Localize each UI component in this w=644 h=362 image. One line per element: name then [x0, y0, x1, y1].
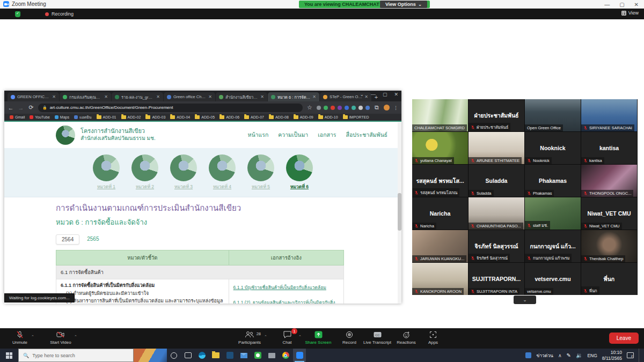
taskbar-search[interactable]: 🔍 Type here to search: [18, 349, 134, 362]
maximize-button[interactable]: ▢: [619, 2, 624, 8]
extension-icon[interactable]: [317, 106, 321, 110]
tab-close-icon[interactable]: ✕: [156, 94, 160, 99]
browser-tab[interactable]: GREEN OFFICE PVM ✕: [8, 92, 59, 101]
photos-app-icon[interactable]: [223, 349, 236, 362]
meeting-info-shield-icon[interactable]: [15, 11, 20, 17]
participant-tile[interactable]: KANOKPORN AROON KANOKPORN AROON: [412, 263, 468, 295]
page-scrollbar-thumb[interactable]: [398, 193, 401, 231]
extension-icon[interactable]: [358, 106, 363, 110]
file-explorer-icon[interactable]: [209, 349, 222, 362]
bookmark-item[interactable]: ADD-10: [318, 115, 338, 119]
participant-tile[interactable]: THONGPOOL ONGC... THONGPOOL ONGC...: [581, 165, 637, 197]
profile-avatar[interactable]: [384, 105, 390, 110]
participant-tile[interactable]: JARUWAN KUANGKU... JARUWAN KUANGKU...: [412, 230, 468, 262]
document-link[interactable]: 6.1.1 (2)_ฐานข้อมูลสินค้าและบริการที่เป็…: [233, 299, 339, 304]
participant-tile[interactable]: vetserve.cmu vetserve.cmu: [525, 263, 581, 295]
participant-tile[interactable]: CHALEAMCHAT SOMGIRD CHALEAMCHAT SOMGIRD: [412, 99, 468, 131]
gallery-collapse-button[interactable]: ⌄: [514, 295, 536, 304]
participant-tile[interactable]: SUJITTRAPORN... SUJITTRAPORN INTA: [469, 263, 524, 295]
minimize-button[interactable]: —: [604, 2, 610, 8]
document-link[interactable]: 6.1.1 บัญชีรายชื่อสินค้าที่เป็นมิตรกับสิ…: [233, 284, 339, 291]
chrome-icon[interactable]: [279, 349, 292, 362]
bookmark-item[interactable]: IMPORTED: [343, 115, 369, 119]
address-bar[interactable]: 🔒 art-culture.cmu.ac.th/GreenOffice/Docu…: [38, 104, 303, 112]
news-tray-icon[interactable]: [525, 352, 531, 358]
printer-app-icon[interactable]: [265, 349, 278, 362]
video-options-caret[interactable]: ⌃: [74, 335, 77, 339]
participant-tile[interactable]: ARUNEE STHITMATEE ARUNEE STHITMATEE: [469, 132, 524, 164]
browser-tab[interactable]: Green office Chiang M ✕: [164, 92, 215, 101]
bookmark-item[interactable]: ADD-07: [244, 115, 264, 119]
bookmark-item[interactable]: YouTube: [30, 115, 50, 119]
bookmark-item[interactable]: ADD-05: [195, 115, 215, 119]
taskbar-clock[interactable]: 10:10 8/11/2565: [602, 350, 622, 360]
tab-close-icon[interactable]: ✕: [104, 94, 108, 99]
volume-icon[interactable]: 🔉: [576, 352, 582, 358]
participant-tile[interactable]: Niwat_VET CMU Niwat_VET CMU: [581, 197, 637, 230]
green-office-logo[interactable]: [56, 125, 75, 145]
unmute-options-caret[interactable]: ⌃: [31, 335, 34, 339]
back-button[interactable]: ←: [8, 105, 14, 111]
participant-tile[interactable]: Naricha Naricha: [412, 197, 468, 230]
category-badge[interactable]: หมวดที่ 5: [245, 154, 277, 190]
mail-icon[interactable]: [237, 349, 250, 362]
tab-close-icon[interactable]: ✕: [260, 94, 264, 99]
participant-tile[interactable]: yuttana Chanayat yuttana Chanayat: [412, 132, 468, 164]
leave-button[interactable]: Leave: [609, 333, 639, 344]
reload-button[interactable]: ⟳: [28, 104, 34, 111]
bookmark-item[interactable]: ADD-08: [269, 115, 289, 119]
bookmark-item[interactable]: ADD-02: [121, 115, 141, 119]
extension-icon[interactable]: [324, 106, 328, 110]
participant-tile[interactable]: พี่นก พี่นก: [581, 263, 637, 295]
bookmark-item[interactable]: Gmail: [10, 115, 25, 119]
hidden-icons-chevron[interactable]: ∧: [558, 353, 562, 358]
browser-tab[interactable]: ราย-ผล-งาน_green-off ✕: [112, 92, 163, 101]
close-button[interactable]: ✕: [634, 2, 639, 8]
news-widget-thumbnail[interactable]: [134, 349, 167, 362]
bookmark-item[interactable]: ADD-01: [97, 115, 116, 119]
category-badge[interactable]: หมวดที่ 1: [90, 154, 122, 190]
participant-tile[interactable]: Nooknick Nooknick: [525, 132, 581, 164]
participants-button[interactable]: 28 Participants ⌃: [231, 330, 268, 345]
participant-tile[interactable]: CHANUNTHIDA PASO... CHANUNTHIDA PASO...: [469, 197, 524, 230]
nav-link[interactable]: หน้าแรก: [248, 130, 269, 139]
start-button[interactable]: [0, 349, 18, 362]
participant-tile[interactable]: staff มช. staff มช.: [525, 197, 581, 230]
participant-tile[interactable]: kantisa kantisa: [581, 132, 637, 164]
extension-icon[interactable]: [352, 106, 356, 110]
browser-close-button[interactable]: ✕: [394, 92, 398, 97]
view-layout-button[interactable]: View: [621, 10, 639, 16]
participant-tile[interactable]: กนกกาญจน์ แก้ว... กนกกาญจน์ แก้วพรม: [525, 230, 581, 262]
participant-tile[interactable]: ฝ่ายประชาสัมพันธ์ ฝ่ายประชาสัมพันธ์: [469, 99, 524, 131]
tab-close-icon[interactable]: ✕: [312, 94, 316, 99]
participant-tile[interactable]: Therdsak Chaithep Therdsak Chaithep: [581, 230, 637, 262]
extension-icon[interactable]: [365, 106, 370, 110]
browser-minimize-button[interactable]: —: [371, 92, 376, 97]
bookmark-item[interactable]: แอดมิน: [74, 114, 92, 120]
bookmark-item[interactable]: ADD-04: [170, 115, 190, 119]
browser-tab[interactable]: หมวด 6 : การจัดซื้อแล... ✕: [268, 92, 319, 101]
category-badge[interactable]: หมวดที่ 3: [167, 154, 200, 190]
show-desktop-button[interactable]: [639, 349, 641, 362]
news-label[interactable]: ข่าวด่วน: [536, 352, 553, 359]
bookmark-item[interactable]: Maps: [55, 115, 69, 119]
year-tab[interactable]: 2564: [56, 234, 79, 245]
edge-icon[interactable]: [195, 349, 208, 362]
start-video-button[interactable]: Start Video ⌃: [42, 330, 79, 345]
bookmark-item[interactable]: ADD-09: [294, 115, 313, 119]
browser-menu-icon[interactable]: ⋮: [393, 105, 398, 110]
forward-button[interactable]: →: [18, 105, 24, 111]
participant-tile[interactable]: จิรภัทร์ นิลสุวรรณ์ จิรภัทร์ นิลสุวรรณ์: [469, 230, 524, 262]
extensions-puzzle-icon[interactable]: ⧉: [374, 104, 380, 111]
bookmark-item[interactable]: ADD-06: [219, 115, 239, 119]
category-badge[interactable]: หมวดที่ 4: [206, 154, 238, 190]
line-app-icon[interactable]: [251, 349, 264, 362]
language-indicator[interactable]: ENG: [587, 353, 597, 358]
browser-tab[interactable]: สำนักงานสีเขียว สำนักง... ✕: [216, 92, 267, 101]
extension-icon[interactable]: [331, 106, 335, 110]
category-badge[interactable]: หมวดที่ 2: [129, 154, 161, 190]
pen-icon[interactable]: ✎: [567, 352, 571, 358]
browser-maximize-button[interactable]: ▢: [383, 92, 387, 97]
participant-tile[interactable]: Phakamas Phakamas: [525, 165, 581, 197]
cortana-icon[interactable]: [167, 349, 180, 362]
